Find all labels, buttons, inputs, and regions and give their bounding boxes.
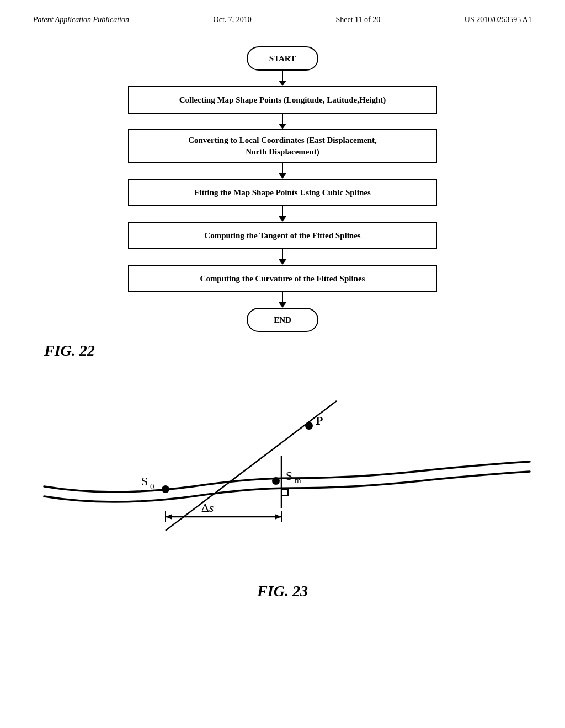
fig23-svg: P S m S 0 Δs [0, 371, 565, 580]
sm-point [272, 477, 280, 485]
arrow-line [282, 163, 284, 173]
flowchart-step3: Fitting the Map Shape Points Using Cubic… [128, 179, 437, 206]
flowchart-step5: Computing the Curvature of the Fitted Sp… [128, 265, 437, 292]
flowchart-start-node: START [247, 46, 318, 71]
svg-marker-4 [166, 514, 172, 520]
arrow-2 [279, 114, 286, 129]
svg-rect-2 [281, 489, 288, 496]
flowchart-end-node: END [247, 308, 318, 332]
page-header: Patent Application Publication Oct. 7, 2… [0, 0, 565, 24]
flowchart-step4: Computing the Tangent of the Fitted Spli… [128, 222, 437, 249]
arrow-6 [279, 292, 286, 308]
header-publication-type: Patent Application Publication [33, 15, 129, 24]
arrow-line [282, 206, 284, 216]
arrow-line [282, 114, 284, 124]
flowchart-step2: Converting to Local Coordinates (East Di… [128, 129, 437, 163]
header-date: Oct. 7, 2010 [214, 15, 252, 24]
svg-line-0 [166, 401, 337, 531]
arrow-line [282, 71, 284, 81]
fig23-label: FIG. 23 [0, 582, 565, 600]
sm-label: S [286, 469, 292, 483]
sm-subscript: m [295, 476, 301, 485]
flowchart-step1: Collecting Map Shape Points (Longitude, … [128, 86, 437, 114]
flowchart-fig22: START Collecting Map Shape Points (Longi… [0, 24, 565, 360]
fig22-label: FIG. 22 [44, 342, 95, 360]
arrow-head [279, 259, 286, 265]
header-patent-number: US 2010/0253595 A1 [465, 15, 532, 24]
delta-s-label: Δs [201, 501, 214, 515]
s0-subscript: 0 [150, 482, 154, 491]
arrow-head [279, 216, 286, 222]
s0-label: S [141, 474, 148, 488]
arrow-head [279, 124, 286, 129]
arrow-head [279, 173, 286, 179]
s0-point [162, 485, 169, 493]
header-sheet: Sheet 11 of 20 [335, 15, 380, 24]
arrow-1 [279, 71, 286, 86]
arrow-head [279, 302, 286, 308]
arrow-line [282, 249, 284, 259]
arrow-5 [279, 249, 286, 265]
arrow-4 [279, 206, 286, 222]
svg-marker-5 [275, 514, 281, 520]
arrow-head [279, 81, 286, 86]
p-label: P [316, 414, 323, 427]
arrow-line [282, 292, 284, 302]
diagram-fig23: P S m S 0 Δs FIG. 23 [0, 371, 565, 602]
arrow-3 [279, 163, 286, 179]
